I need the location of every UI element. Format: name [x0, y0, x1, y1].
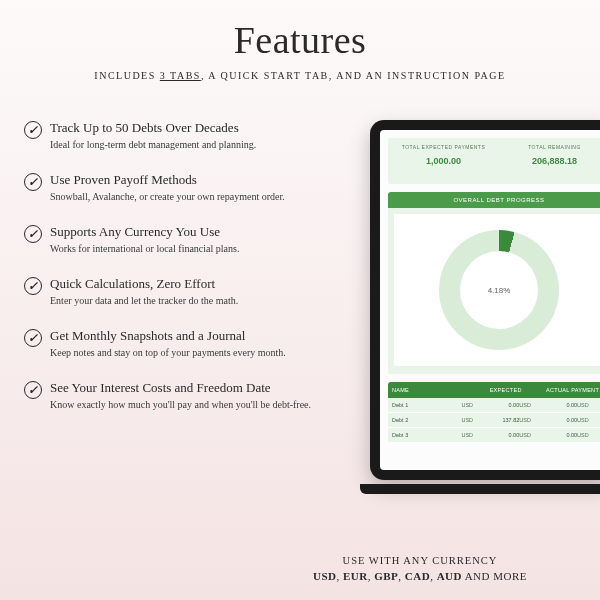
laptop-mockup: TOTAL EXPECTED PAYMENTS 1,000.00 TOTAL R… [370, 120, 600, 490]
table-header: NAME EXPECTED ACTUAL PAYMENT [388, 382, 600, 398]
subtitle-post: , A QUICK START TAB, AND AN INSTRUCTION … [201, 70, 506, 81]
subtitle-pre: INCLUDES [94, 70, 159, 81]
donut-ring: 4.18% [439, 230, 559, 350]
footer-line2: USD, EUR, GBP, CAD, AUD AND MORE [270, 570, 570, 582]
feature-title: Get Monthly Snapshots and a Journal [50, 328, 286, 344]
td-expected: 137.82 [490, 417, 519, 423]
footer-line1: USE WITH ANY CURRENCY [270, 555, 570, 566]
donut-chart: 4.18% [394, 214, 600, 366]
td-expected: 0.00 [490, 402, 519, 408]
footer-suffix: AND MORE [462, 570, 527, 582]
td-expected: 0.00 [490, 432, 519, 438]
feature-item: ✓ Get Monthly Snapshots and a Journal Ke… [24, 328, 324, 358]
summary-value-remaining: 206,888.18 [499, 156, 600, 166]
summary-label-expected: TOTAL EXPECTED PAYMENTS [388, 144, 499, 150]
subtitle-tabs: 3 TABS [160, 70, 201, 81]
currency-eur: EUR [343, 570, 368, 582]
feature-item: ✓ Supports Any Currency You Use Works fo… [24, 224, 324, 254]
footer: USE WITH ANY CURRENCY USD, EUR, GBP, CAD… [270, 555, 570, 582]
feature-desc: Keep notes and stay on top of your payme… [50, 347, 286, 358]
currency-gbp: GBP [374, 570, 398, 582]
th-name: NAME [392, 387, 472, 393]
feature-title: Supports Any Currency You Use [50, 224, 239, 240]
summary-card: TOTAL EXPECTED PAYMENTS 1,000.00 TOTAL R… [388, 138, 600, 184]
td-currency: USD [577, 417, 600, 423]
feature-item: ✓ Track Up to 50 Debts Over Decades Idea… [24, 120, 324, 150]
td-currency: USD [461, 432, 490, 438]
check-icon: ✓ [24, 173, 42, 191]
feature-title: Use Proven Payoff Methods [50, 172, 285, 188]
table-row: Debt 3 USD 0.00 USD 0.00 USD [388, 428, 600, 443]
feature-title: Quick Calculations, Zero Effort [50, 276, 238, 292]
check-icon: ✓ [24, 121, 42, 139]
td-currency: USD [577, 432, 600, 438]
feature-title: See Your Interest Costs and Freedom Date [50, 380, 311, 396]
td-name: Debt 1 [392, 402, 461, 408]
currency-aud: AUD [437, 570, 462, 582]
feature-item: ✓ Quick Calculations, Zero Effort Enter … [24, 276, 324, 306]
check-icon: ✓ [24, 381, 42, 399]
td-name: Debt 2 [392, 417, 461, 423]
td-actual: 0.00 [548, 402, 577, 408]
th-actual: ACTUAL PAYMENT [539, 387, 600, 393]
td-actual: 0.00 [548, 432, 577, 438]
table-row: Debt 2 USD 137.82 USD 0.00 USD [388, 413, 600, 428]
td-currency: USD [461, 402, 490, 408]
feature-title: Track Up to 50 Debts Over Decades [50, 120, 256, 136]
currency-cad: CAD [405, 570, 430, 582]
td-currency: USD [519, 417, 548, 423]
laptop-screen: TOTAL EXPECTED PAYMENTS 1,000.00 TOTAL R… [380, 130, 600, 470]
check-icon: ✓ [24, 329, 42, 347]
laptop-base [360, 484, 600, 494]
feature-desc: Works for international or local financi… [50, 243, 239, 254]
feature-desc: Enter your data and let the tracker do t… [50, 295, 238, 306]
donut-center-label: 4.18% [460, 251, 538, 329]
currency-usd: USD [313, 570, 337, 582]
page-title: Features [0, 0, 600, 62]
td-currency: USD [519, 432, 548, 438]
feature-desc: Know exactly how much you'll pay and whe… [50, 399, 311, 410]
check-icon: ✓ [24, 277, 42, 295]
td-currency: USD [577, 402, 600, 408]
progress-card: OVERALL DEBT PROGRESS 4.18% [388, 192, 600, 374]
td-currency: USD [461, 417, 490, 423]
features-list: ✓ Track Up to 50 Debts Over Decades Idea… [24, 120, 324, 432]
feature-desc: Snowball, Avalanche, or create your own … [50, 191, 285, 202]
th-expected: EXPECTED [472, 387, 539, 393]
progress-header: OVERALL DEBT PROGRESS [388, 192, 600, 208]
feature-item: ✓ Use Proven Payoff Methods Snowball, Av… [24, 172, 324, 202]
debt-table: NAME EXPECTED ACTUAL PAYMENT Debt 1 USD … [388, 382, 600, 443]
summary-value-expected: 1,000.00 [388, 156, 499, 166]
check-icon: ✓ [24, 225, 42, 243]
td-name: Debt 3 [392, 432, 461, 438]
td-currency: USD [519, 402, 548, 408]
table-row: Debt 1 USD 0.00 USD 0.00 USD [388, 398, 600, 413]
feature-item: ✓ See Your Interest Costs and Freedom Da… [24, 380, 324, 410]
summary-label-remaining: TOTAL REMAINING [499, 144, 600, 150]
td-actual: 0.00 [548, 417, 577, 423]
subtitle: INCLUDES 3 TABS, A QUICK START TAB, AND … [0, 70, 600, 81]
feature-desc: Ideal for long-term debt management and … [50, 139, 256, 150]
laptop-frame: TOTAL EXPECTED PAYMENTS 1,000.00 TOTAL R… [370, 120, 600, 480]
